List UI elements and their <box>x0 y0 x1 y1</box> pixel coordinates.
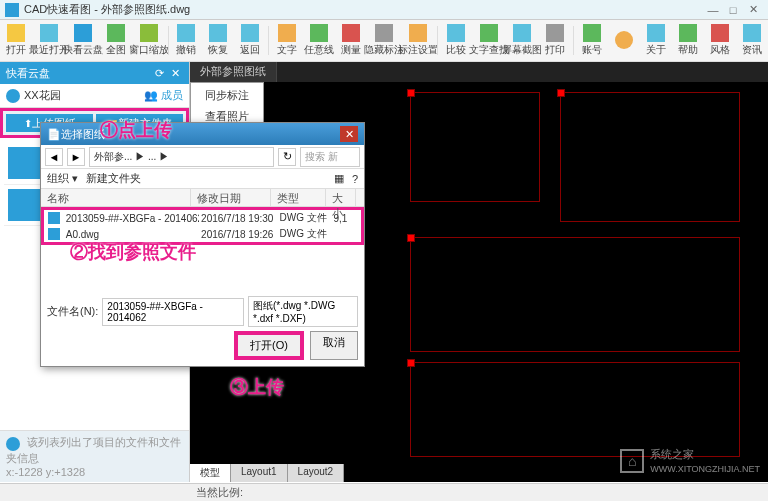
drawing-tabs: 外部参照图纸 <box>190 62 768 82</box>
toolbar-全图[interactable]: 全图 <box>100 22 132 59</box>
annotation-2: ②找到参照文件 <box>70 240 196 264</box>
window-title: CAD快速看图 - 外部参照图纸.dwg <box>24 2 703 17</box>
cad-shape <box>410 237 740 352</box>
ico-about-icon <box>647 24 665 42</box>
app-icon <box>5 3 19 17</box>
search-input[interactable]: 搜索 新 <box>300 147 360 167</box>
view-icon[interactable]: ▦ <box>334 172 344 185</box>
filetype-select[interactable]: 图纸(*.dwg *.DWG *.dxf *.DXF) <box>248 296 358 327</box>
layout-tab-2[interactable]: Layout2 <box>288 464 345 482</box>
toolbar-打开[interactable]: 打开 <box>0 22 32 59</box>
sidebar-close-icon[interactable]: ✕ <box>167 65 183 81</box>
toolbar-返回[interactable]: 返回 <box>234 22 266 59</box>
toolbar-vip[interactable] <box>608 22 640 59</box>
nav-fwd-icon[interactable]: ► <box>67 148 85 166</box>
col-type[interactable]: 类型 <box>271 189 326 206</box>
project-name: XX花园 <box>24 88 144 103</box>
ico-redo-icon <box>209 24 227 42</box>
file-thumb-icon <box>8 189 40 221</box>
ico-print-icon <box>546 24 564 42</box>
toolbar-任意线[interactable]: 任意线 <box>303 22 335 59</box>
new-folder-btn[interactable]: 新建文件夹 <box>86 171 141 186</box>
sidebar-footer: 该列表列出了项目的文件和文件夹信息 x:-1228 y:+1328 <box>0 430 189 482</box>
ico-vip-icon <box>615 31 633 49</box>
coords-text: x:-1228 y:+1328 <box>6 466 85 478</box>
ico-textfind-icon <box>480 24 498 42</box>
dialog-toolbar: 组织 ▾ 新建文件夹 ▦ ? <box>41 169 364 189</box>
nav-back-icon[interactable]: ◄ <box>45 148 63 166</box>
toolbar-恢复[interactable]: 恢复 <box>202 22 234 59</box>
filename-input[interactable]: 2013059-##-XBGFa - 2014062 <box>102 298 244 326</box>
toolbar-标注设置[interactable]: 标注设置 <box>401 22 435 59</box>
dialog-bottom: 文件名(N): 2013059-##-XBGFa - 2014062 图纸(*.… <box>47 296 358 360</box>
project-icon <box>6 89 20 103</box>
ctx-sync-annotation[interactable]: 同步标注 <box>191 85 263 106</box>
toolbar-文字[interactable]: 文字 <box>271 22 303 59</box>
help-icon[interactable]: ? <box>352 173 358 185</box>
layout-tabs: 模型 Layout1 Layout2 <box>190 464 344 482</box>
project-row[interactable]: XX花园 👥 成员 <box>0 84 189 108</box>
toolbar-帮助[interactable]: 帮助 <box>672 22 704 59</box>
ico-measure-icon <box>342 24 360 42</box>
ico-window-icon <box>140 24 158 42</box>
toolbar-关于[interactable]: 关于 <box>640 22 672 59</box>
minimize-button[interactable]: — <box>703 2 723 18</box>
toolbar-文字查找[interactable]: 文字查找 <box>472 22 506 59</box>
col-date[interactable]: 修改日期 <box>191 189 271 206</box>
refresh-icon[interactable]: ↻ <box>278 148 296 166</box>
annotation-3: ③上传 <box>230 375 284 399</box>
toolbar-屏幕截图[interactable]: 屏幕截图 <box>505 22 539 59</box>
file-row[interactable]: 2013059-##-XBGFa - 20140623.dwg 2016/7/1… <box>44 210 361 226</box>
ico-full-icon <box>107 24 125 42</box>
sidebar-title: 快看云盘 <box>6 66 151 81</box>
layout-tab-model[interactable]: 模型 <box>190 464 231 482</box>
annotation-1: ①点上传 <box>100 118 172 142</box>
ico-style-icon <box>711 24 729 42</box>
watermark: ⌂ 系统之家 WWW.XITONGZHIJIA.NET <box>620 447 760 474</box>
ico-hide-icon <box>375 24 393 42</box>
cad-shape <box>560 92 740 222</box>
toolbar-比较[interactable]: 比较 <box>440 22 472 59</box>
toolbar-打印[interactable]: 打印 <box>539 22 571 59</box>
ico-screen-icon <box>513 24 531 42</box>
maximize-button[interactable]: □ <box>723 2 743 18</box>
toolbar-账号[interactable]: 账号 <box>576 22 608 59</box>
path-breadcrumb[interactable]: 外部参... ▶ ... ▶ <box>89 147 274 167</box>
cancel-button[interactable]: 取消 <box>310 331 358 360</box>
dwg-file-icon <box>48 228 60 240</box>
dialog-titlebar: 📄 选择图纸 ✕ <box>41 123 364 145</box>
close-button[interactable]: ✕ <box>743 2 763 18</box>
member-link[interactable]: 👥 成员 <box>144 88 183 103</box>
ico-cloud-icon <box>74 24 92 42</box>
watermark-text: 系统之家 <box>650 448 694 460</box>
refresh-icon[interactable] <box>6 437 20 451</box>
dialog-close-button[interactable]: ✕ <box>340 126 358 142</box>
ico-news-icon <box>743 24 761 42</box>
toolbar-测量[interactable]: 测量 <box>335 22 367 59</box>
organize-menu[interactable]: 组织 ▾ <box>47 171 78 186</box>
main-toolbar: 打开最近打开快看云盘全图窗口缩放撤销恢复返回文字任意线测量隐藏标注标注设置比较文… <box>0 20 768 62</box>
toolbar-资讯[interactable]: 资讯 <box>736 22 768 59</box>
open-button[interactable]: 打开(O) <box>234 331 304 360</box>
watermark-logo-icon: ⌂ <box>620 449 644 473</box>
toolbar-撤销[interactable]: 撤销 <box>170 22 202 59</box>
ico-line-icon <box>310 24 328 42</box>
toolbar-最近打开[interactable]: 最近打开 <box>32 22 66 59</box>
toolbar-快看云盘[interactable]: 快看云盘 <box>66 22 100 59</box>
watermark-url: WWW.XITONGZHIJIA.NET <box>650 464 760 474</box>
col-name[interactable]: 名称 <box>41 189 191 206</box>
ico-help-icon <box>679 24 697 42</box>
file-thumb-icon <box>8 147 40 179</box>
toolbar-风格[interactable]: 风格 <box>704 22 736 59</box>
cad-shape <box>410 92 540 202</box>
sidebar-header: 快看云盘 ⟳ ✕ <box>0 62 189 84</box>
col-size[interactable]: 大小 <box>326 189 356 206</box>
toolbar-隐藏标注[interactable]: 隐藏标注 <box>367 22 401 59</box>
layout-tab-1[interactable]: Layout1 <box>231 464 288 482</box>
drawing-tab[interactable]: 外部参照图纸 <box>190 62 277 82</box>
sidebar-menu-icon[interactable]: ⟳ <box>151 65 167 81</box>
toolbar-窗口缩放[interactable]: 窗口缩放 <box>132 22 166 59</box>
ratio-label: 当然比例: <box>196 485 243 500</box>
status-bar: 当然比例: <box>0 483 768 501</box>
ico-text-icon <box>278 24 296 42</box>
